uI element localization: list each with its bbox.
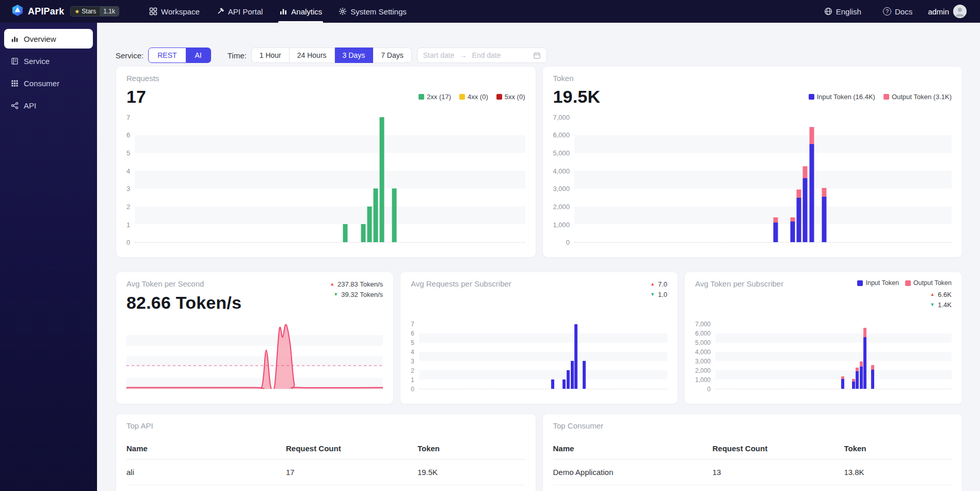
chart-bar <box>574 324 577 389</box>
token-total-value: 19.5K <box>553 87 601 107</box>
nav-api-portal[interactable]: API Portal <box>208 0 271 23</box>
time-option-24-hours[interactable]: 24 Hours <box>290 47 335 63</box>
language-selector[interactable]: English <box>816 0 870 23</box>
table-header-row: Name Request Count Token <box>126 437 525 460</box>
chart-stacked-bar <box>796 189 801 242</box>
brand-name: APIPark <box>28 6 64 17</box>
column-header-request-count: Request Count <box>286 437 417 460</box>
chart-stacked-bar <box>774 217 778 242</box>
workspace-icon <box>149 7 157 15</box>
globe-icon <box>824 7 832 15</box>
arrow-down-icon: ▼ <box>333 292 338 297</box>
gear-icon <box>339 7 347 15</box>
legend-item-output-token[interactable]: Output Token <box>905 279 952 287</box>
sidebar-item-service[interactable]: Service <box>4 51 93 71</box>
service-option-ai[interactable]: AI <box>186 47 211 63</box>
bar-segment-output <box>809 127 814 144</box>
requests-chart: 76543210 <box>126 117 525 243</box>
table-row[interactable]: Demo Application 13 13.8K <box>553 460 952 485</box>
time-option-3-days[interactable]: 3 Days <box>335 47 374 63</box>
avg-token-per-subscriber-chart: 7,0006,0005,0004,0003,0002,0001,0000 <box>695 324 952 389</box>
bar-segment-input <box>860 367 863 389</box>
stat-min: ▼ 39.32 Token/s <box>333 291 383 298</box>
chart-bar <box>367 207 372 242</box>
legend-item-4xx[interactable]: 4xx (0) <box>459 93 488 101</box>
line-series <box>126 324 383 389</box>
nav-analytics[interactable]: Analytics <box>271 0 330 23</box>
card-title-avg-token-per-second: Avg Token per Second <box>126 279 242 288</box>
date-range-picker[interactable]: Start date → End date <box>417 47 547 63</box>
chart-plot <box>419 324 667 389</box>
card-title-top-api: Top API <box>126 421 525 430</box>
username: admin <box>928 7 949 16</box>
arrow-down-icon: ▼ <box>930 303 935 307</box>
legend-swatch-2xx <box>419 94 424 100</box>
y-axis: 76543210 <box>126 117 135 243</box>
series-layer <box>126 324 383 389</box>
time-option-1-hour[interactable]: 1 Hour <box>251 47 290 63</box>
service-filter-label: Service: <box>116 51 143 60</box>
chart-stacked-bar <box>863 328 866 389</box>
legend-item-2xx[interactable]: 2xx (17) <box>419 93 451 101</box>
service-icon <box>11 57 19 65</box>
series-layer <box>135 117 525 242</box>
navbar-right: English ? Docs admin <box>816 0 969 23</box>
brand[interactable]: APIPark <box>11 4 64 19</box>
cell-token: 13.8K <box>844 460 952 485</box>
cell-request-count: 13 <box>713 460 844 485</box>
token-legend: Input Token (16.4K) Output Token (3.1K) <box>809 93 952 101</box>
sidebar-item-overview[interactable]: Overview <box>4 29 93 49</box>
cell-api-name: ali <box>126 460 286 485</box>
requests-card: Requests 17 2xx (17) 4xx (0) 5xx (0) <box>116 66 536 258</box>
table-header-row: Name Request Count Token <box>553 437 952 460</box>
legend-item-output-token[interactable]: Output Token (3.1K) <box>883 93 952 101</box>
github-stars-badge[interactable]: ★ Stars 1.1k <box>70 6 119 17</box>
avg-token-per-subscriber-card: Avg Token per Subscriber Input Token Out… <box>684 272 962 404</box>
time-option-7-days[interactable]: 7 Days <box>373 47 412 63</box>
chart-bar <box>551 379 554 389</box>
bar-segment-input <box>863 337 866 389</box>
chart-plot <box>135 117 525 243</box>
sidebar-item-consumer[interactable]: Consumer <box>4 73 93 93</box>
requests-legend: 2xx (17) 4xx (0) 5xx (0) <box>419 93 525 101</box>
legend-item-input-token[interactable]: Input Token <box>857 279 898 287</box>
y-axis: 7,0006,0005,0004,0003,0002,0001,0000 <box>695 324 715 389</box>
column-header-name: Name <box>553 437 713 460</box>
requests-total-value: 17 <box>126 87 146 107</box>
legend-item-input-token[interactable]: Input Token (16.4K) <box>809 93 875 101</box>
chart-bar <box>571 361 574 389</box>
avg-token-per-second-value: 82.66 Token/s <box>126 293 242 313</box>
bar-segment-input <box>841 379 844 389</box>
bar-segment-input <box>790 221 795 242</box>
series-layer <box>715 324 952 389</box>
chart-stacked-bar <box>809 127 814 242</box>
column-header-token: Token <box>417 437 525 460</box>
bar-segment-output <box>790 217 795 222</box>
series-layer <box>574 117 952 242</box>
bar-segment-input <box>871 370 874 389</box>
top-consumer-table: Name Request Count Token Demo Applicatio… <box>553 437 952 485</box>
github-stars-label: ★ Stars <box>71 7 100 16</box>
apipark-logo-icon <box>11 4 24 19</box>
start-date-placeholder: Start date <box>423 51 455 59</box>
card-title-top-consumer: Top Consumer <box>553 421 952 430</box>
avg-requests-per-subscriber-stats: ▲ 7.0 ▼ 1.0 <box>650 280 667 298</box>
docs-link[interactable]: ? Docs <box>875 0 921 23</box>
bar-segment-output <box>774 217 778 223</box>
avg-token-per-second-chart <box>126 324 383 389</box>
bar-segment-output <box>860 361 863 367</box>
bar-segment-input <box>822 197 826 242</box>
sidebar-item-api[interactable]: API <box>4 96 93 115</box>
chart-stacked-bar <box>841 376 844 389</box>
legend-swatch-input-token <box>857 280 863 286</box>
avg-requests-per-subscriber-card: Avg Requests per Subscriber ▲ 7.0 ▼ 1.0 <box>400 272 678 404</box>
user-menu[interactable]: admin <box>926 5 969 18</box>
column-header-token: Token <box>844 437 952 460</box>
nav-workspace[interactable]: Workspace <box>141 0 208 23</box>
service-option-rest[interactable]: REST <box>148 47 186 63</box>
chart-stacked-bar <box>871 365 874 389</box>
legend-item-5xx[interactable]: 5xx (0) <box>496 93 525 101</box>
time-filter-label: Time: <box>228 51 247 60</box>
nav-system-settings[interactable]: System Settings <box>330 0 414 23</box>
table-row[interactable]: ali 17 19.5K <box>126 460 525 485</box>
